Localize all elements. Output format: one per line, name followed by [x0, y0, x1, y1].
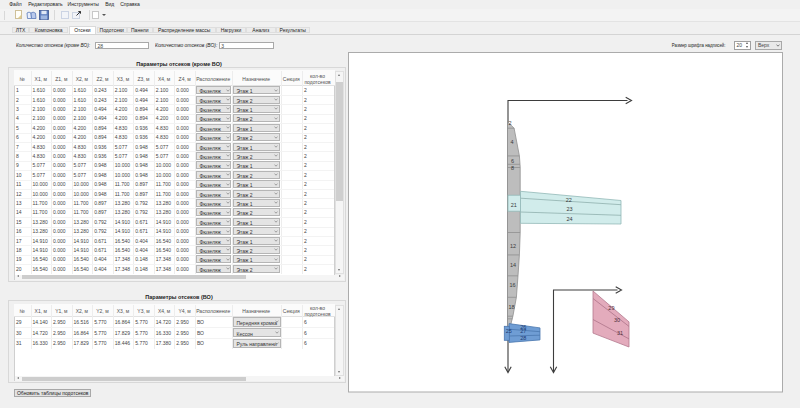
svg-text:4: 4 [511, 139, 514, 145]
svg-text:22: 22 [566, 197, 572, 203]
svg-text:23: 23 [566, 206, 572, 212]
svg-text:14: 14 [510, 262, 516, 268]
svg-text:2: 2 [508, 120, 511, 126]
svg-text:25: 25 [506, 328, 512, 334]
svg-text:8: 8 [511, 165, 514, 171]
svg-text:30: 30 [614, 317, 620, 323]
svg-text:6: 6 [511, 158, 514, 164]
svg-text:12: 12 [510, 243, 516, 249]
svg-text:27: 27 [520, 328, 526, 334]
svg-text:29: 29 [608, 305, 614, 311]
svg-text:21: 21 [511, 202, 517, 208]
svg-text:31: 31 [617, 330, 623, 336]
svg-text:24: 24 [566, 216, 572, 222]
svg-text:18: 18 [508, 304, 514, 310]
svg-text:28: 28 [520, 335, 526, 341]
svg-text:16: 16 [509, 282, 515, 288]
